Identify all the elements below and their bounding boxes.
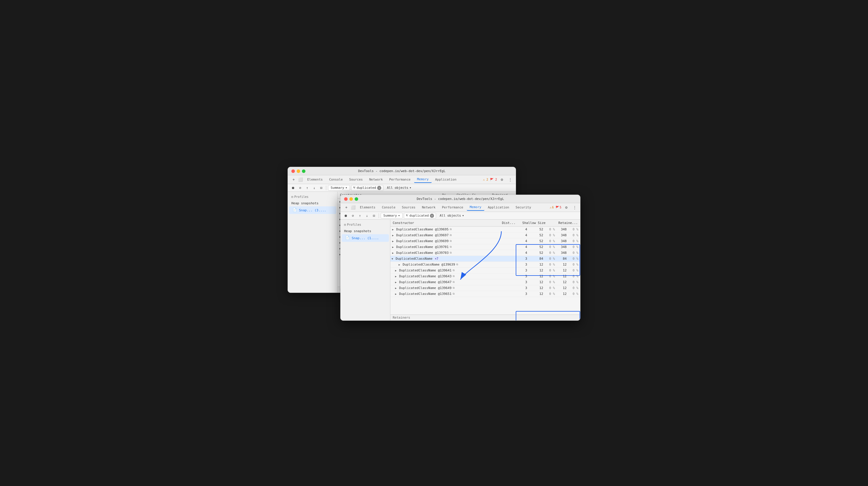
window-title-2: DevTools - codepen.io/web-dot-dev/pen/XJ…: [417, 197, 504, 201]
objects-dropdown-2[interactable]: All objects ▾: [437, 213, 466, 218]
copy-icon[interactable]: ⧉: [450, 239, 452, 243]
objects-arrow-1: ▾: [409, 186, 411, 190]
th-shallow-2: Shallow Size: [516, 221, 548, 225]
tab-network-2[interactable]: Network: [419, 204, 438, 210]
row-constructor: DuplicatedClassName @139639: [403, 263, 455, 266]
stop-btn-2[interactable]: ⊘: [350, 213, 356, 219]
row-retained-pct: 0 %: [568, 280, 580, 284]
objects-dropdown-1[interactable]: All objects ▾: [384, 185, 413, 190]
tab-application-2[interactable]: Application: [485, 204, 512, 210]
filter-icon-2: ⧨: [406, 214, 408, 218]
summary-dropdown-2[interactable]: Summary ▾: [381, 213, 403, 218]
table-row[interactable]: ▶DuplicatedClassName @139649⧉ 3 12 0 % 1…: [391, 285, 580, 291]
tab-network-1[interactable]: Network: [366, 176, 386, 182]
objects-label-2: All objects: [440, 214, 461, 218]
table-row[interactable]: ▶DuplicatedClassName @139703⧉ 4 52 0 % 3…: [391, 250, 580, 256]
tab-elements-2[interactable]: Elements: [357, 204, 378, 210]
collect-btn-2[interactable]: ⊟: [371, 213, 377, 219]
row-shallow: 12: [529, 286, 545, 290]
more-icon-1[interactable]: ⋮: [507, 176, 514, 183]
record-btn-1[interactable]: ⏺: [290, 185, 296, 191]
expand-icon: ▶: [399, 263, 402, 266]
row-shallow-pct: 0 %: [545, 245, 557, 249]
clear-filter-btn-2[interactable]: ✕: [430, 214, 434, 218]
minimize-button-2[interactable]: [349, 197, 353, 201]
copy-icon[interactable]: ⧉: [450, 251, 452, 254]
collect-btn-1[interactable]: ⊟: [318, 185, 324, 191]
filter-area-1[interactable]: ⧨ duplicated ✕: [351, 185, 383, 191]
upload-btn-1[interactable]: ↑: [304, 185, 310, 191]
summary-label-2: Summary: [383, 214, 397, 218]
tab-memory-1[interactable]: Memory: [414, 176, 432, 183]
copy-icon[interactable]: ⧉: [450, 245, 452, 249]
tab-console-1[interactable]: Console: [326, 176, 346, 182]
copy-icon[interactable]: ⧉: [453, 281, 455, 284]
tab-console-2[interactable]: Console: [379, 204, 398, 210]
devtools-window-2[interactable]: DevTools - codepen.io/web-dot-dev/pen/XJ…: [340, 195, 581, 321]
copy-icon[interactable]: ⧉: [453, 269, 455, 272]
table-row[interactable]: ▶DuplicatedClassName @139639⧉ 3 12 0 % 1…: [391, 262, 580, 268]
tab-security-2[interactable]: Security: [513, 204, 534, 210]
stop-btn-1[interactable]: ⊘: [297, 185, 303, 191]
equalizer-icon-1: ⊟: [291, 195, 293, 198]
window-title-1: DevTools - codepen.io/web-dot-dev/pen/XJ…: [358, 169, 445, 173]
expand-icon: ▼: [392, 257, 395, 260]
sidebar-2: ⊟ Profiles Heap snapshots 📄 Snap... (1..…: [341, 220, 391, 320]
row-retained: 12: [557, 263, 568, 266]
tab-elements-1[interactable]: Elements: [304, 176, 326, 182]
table-row[interactable]: ▶DuplicatedClassName @139647⧉ 3 12 0 % 1…: [391, 279, 580, 285]
table-row[interactable]: ▶DuplicatedClassName @139643⧉ 3 12 0 % 1…: [391, 274, 580, 279]
upload-btn-2[interactable]: ↑: [357, 213, 363, 219]
device-icon-1[interactable]: ⬜: [297, 176, 304, 183]
maximize-button-2[interactable]: [354, 197, 358, 201]
tab-sources-1[interactable]: Sources: [346, 176, 366, 182]
copy-icon[interactable]: ⧉: [453, 275, 455, 278]
tab-performance-1[interactable]: Performance: [386, 176, 413, 182]
table-row[interactable]: ▶DuplicatedClassName @139641⧉ 3 12 0 % 1…: [391, 268, 580, 274]
filter-area-2[interactable]: ⧨ duplicated ✕: [404, 213, 436, 219]
maximize-button-1[interactable]: [302, 169, 305, 173]
close-button-2[interactable]: [344, 197, 348, 201]
heap-label-2: Heap snapshots: [341, 227, 390, 234]
tab-memory-2[interactable]: Memory: [467, 204, 484, 211]
grouped-row[interactable]: ▼ DuplicatedClassName ×7 3 84 0 % 84 0 %: [391, 256, 580, 262]
table-row[interactable]: ▶DuplicatedClassName @139699⧉ 4 52 0 % 3…: [391, 238, 580, 244]
settings-icon-1[interactable]: ⚙: [499, 176, 505, 183]
more-icon-2[interactable]: ⋮: [571, 204, 578, 211]
table-row[interactable]: ▶DuplicatedClassName @139697⧉ 4 52 0 % 3…: [391, 232, 580, 238]
download-btn-1[interactable]: ↓: [311, 185, 317, 191]
expand-icon: ▶: [392, 228, 395, 231]
retainers-bar-2: Retainers: [391, 315, 580, 320]
copy-icon[interactable]: ⧉: [453, 286, 455, 290]
device-icon-2[interactable]: ⬜: [350, 204, 356, 211]
summary-dropdown-1[interactable]: Summary ▾: [328, 185, 350, 191]
clear-filter-btn-1[interactable]: ✕: [377, 186, 381, 190]
snapshot-item-2[interactable]: 📄 Snap... (1....: [342, 234, 389, 242]
row-constructor: DuplicatedClassName @139699: [396, 239, 448, 243]
snapshot-item-1[interactable]: 📄 Snap... (3....: [289, 206, 336, 214]
minimize-button-1[interactable]: [297, 169, 300, 173]
copy-icon[interactable]: ⧉: [453, 292, 455, 295]
cursor-icon-2[interactable]: ⌖: [343, 204, 349, 211]
settings-icon-2[interactable]: ⚙: [563, 204, 569, 211]
copy-icon[interactable]: ⧉: [450, 234, 452, 237]
expand-icon: ▶: [395, 292, 398, 295]
tab-sources-2[interactable]: Sources: [399, 204, 418, 210]
table-row[interactable]: ▶DuplicatedClassName @139695⧉ 4 52 0 % 3…: [391, 227, 580, 232]
grouped-retained: 84: [557, 257, 568, 261]
row-dist: 4: [513, 239, 529, 243]
table-row[interactable]: ▶DuplicatedClassName @139651⧉ 3 12 0 % 1…: [391, 291, 580, 297]
row-shallow: 12: [529, 263, 545, 266]
cursor-icon-1[interactable]: ⌖: [290, 176, 297, 183]
copy-icon[interactable]: ⧉: [456, 263, 458, 266]
tab-performance-2[interactable]: Performance: [439, 204, 466, 210]
table-row[interactable]: ▶DuplicatedClassName @139701⧉ 4 52 0 % 3…: [391, 244, 580, 250]
record-btn-2[interactable]: ⏺: [343, 213, 349, 219]
profiles-header-2: ⊟ Profiles: [341, 222, 390, 227]
download-btn-2[interactable]: ↓: [364, 213, 370, 219]
copy-icon[interactable]: ⧉: [450, 228, 452, 231]
row-dist: 3: [513, 274, 529, 278]
row-shallow-pct: 0 %: [545, 227, 557, 231]
close-button-1[interactable]: [291, 169, 295, 173]
tab-application-1[interactable]: Application: [432, 176, 460, 182]
